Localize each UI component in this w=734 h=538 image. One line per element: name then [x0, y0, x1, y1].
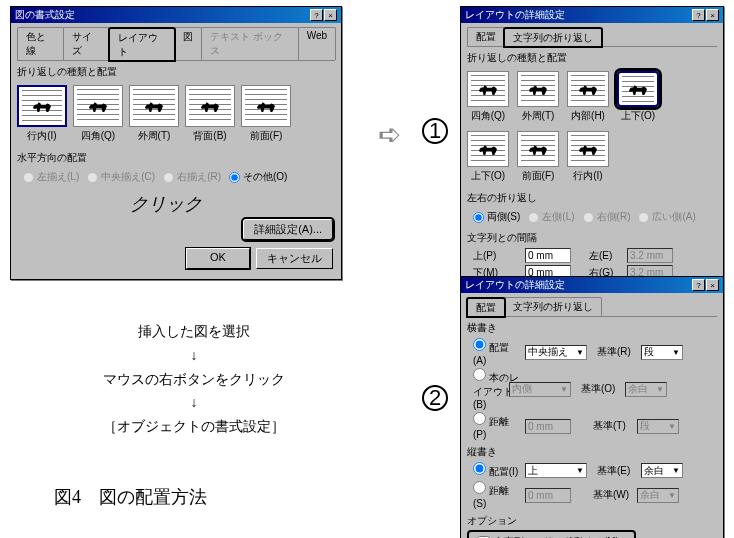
- left-spinner: 3.2 mm: [627, 248, 673, 263]
- h-align-combo[interactable]: 中央揃え▼: [525, 345, 587, 360]
- v-base1-combo[interactable]: 余白▼: [641, 463, 683, 478]
- v-group-label: 縦書き: [467, 445, 717, 459]
- tabs: 配置 文字列の折り返し: [467, 27, 717, 47]
- radio-left-only: 左側(L): [528, 210, 574, 224]
- lr-wrap-label: 左右の折り返し: [467, 191, 717, 205]
- wrap-front[interactable]: 前面(F): [517, 131, 559, 183]
- wrap-inline[interactable]: 行内(I): [567, 131, 609, 183]
- close-icon[interactable]: ×: [324, 9, 337, 21]
- dialog-title: 図の書式設定: [15, 8, 75, 22]
- instruction-block: 挿入した図を選択 ↓ マウスの右ボタンをクリック ↓ ［オブジェクトの書式設定］: [44, 320, 344, 439]
- options-highlight-box: 文字列と一緒に移動する(M) アンカーを段落に固定する(L): [467, 530, 636, 538]
- format-picture-dialog: 図の書式設定 ? × 色と線 サイズ レイアウト 図 テキスト ボックス Web…: [10, 6, 342, 280]
- wrap-through[interactable]: 内部(H): [567, 71, 609, 123]
- h-dist-spinner: 0 mm: [525, 419, 571, 434]
- h-base3-label: 基準(T): [593, 419, 633, 433]
- close-icon[interactable]: ×: [706, 9, 719, 21]
- step-1-marker: 1: [422, 118, 448, 144]
- radio-left: 左揃え(L): [23, 170, 79, 184]
- h-base2-label: 基準(O): [581, 382, 621, 396]
- left-label: 左(E): [589, 249, 623, 263]
- top-spinner[interactable]: 0 mm: [525, 248, 571, 263]
- wrap-topbottom[interactable]: 上下(O): [617, 71, 659, 123]
- radio-right: 右揃え(R): [163, 170, 221, 184]
- tab-position[interactable]: 配置: [467, 27, 505, 46]
- chk-move-with-text[interactable]: 文字列と一緒に移動する(M): [473, 534, 630, 538]
- tab-web[interactable]: Web: [298, 27, 336, 60]
- dialog-title: レイアウトの詳細設定: [465, 8, 565, 22]
- wrap-options: 行内(I) 四角(Q) 外周(T) 背面(B) 前面(F): [17, 81, 335, 147]
- tab-textbox: テキスト ボックス: [201, 27, 299, 60]
- down-arrow-icon: ↓: [44, 391, 344, 415]
- instr-line3: ［オブジェクトの書式設定］: [44, 415, 344, 439]
- halign-radios: 左揃え(L) 中央揃え(C) 右揃え(R) その他(O): [17, 167, 335, 187]
- advanced-layout-position-dialog: レイアウトの詳細設定 ? × 配置 文字列の折り返し 横書き 配置(A) 中央揃…: [460, 276, 724, 538]
- tab-wrapping[interactable]: 文字列の折り返し: [504, 297, 602, 316]
- v-align-combo[interactable]: 上▼: [525, 463, 587, 478]
- v-base2-combo: 余白▼: [637, 488, 679, 503]
- wrap-behind[interactable]: 背面(B): [185, 85, 235, 143]
- tabs: 配置 文字列の折り返し: [467, 297, 717, 317]
- titlebar: 図の書式設定 ? ×: [11, 7, 341, 23]
- step-2-marker: 2: [422, 385, 448, 411]
- help-icon[interactable]: ?: [310, 9, 323, 21]
- v-align-radio[interactable]: 配置(I): [473, 462, 521, 479]
- instr-line1: 挿入した図を選択: [44, 320, 344, 344]
- wrap-inline[interactable]: 行内(I): [17, 85, 67, 143]
- h-base1-combo[interactable]: 段▼: [641, 345, 683, 360]
- arrow-icon: ➪: [378, 118, 401, 151]
- top-label: 上(P): [473, 249, 521, 263]
- h-group-label: 横書き: [467, 321, 717, 335]
- halign-label: 水平方向の配置: [17, 151, 335, 165]
- h-base1-label: 基準(R): [597, 345, 637, 359]
- cancel-button[interactable]: キャンセル: [256, 248, 333, 269]
- radio-right-only: 右側(R): [583, 210, 631, 224]
- tab-position[interactable]: 配置: [467, 298, 505, 317]
- radio-other[interactable]: その他(O): [229, 170, 287, 184]
- wrap-square[interactable]: 四角(Q): [467, 71, 509, 123]
- wrap-tight[interactable]: 外周(T): [517, 71, 559, 123]
- tab-size[interactable]: サイズ: [63, 27, 110, 60]
- radio-both[interactable]: 両側(S): [473, 210, 520, 224]
- tab-colors[interactable]: 色と線: [17, 27, 64, 60]
- wrap-group-label: 折り返しの種類と配置: [467, 51, 717, 65]
- dialog-title: レイアウトの詳細設定: [465, 278, 565, 292]
- click-annotation: クリック: [130, 192, 202, 216]
- v-dist-spinner: 0 mm: [525, 488, 571, 503]
- tab-layout[interactable]: レイアウト: [109, 28, 175, 61]
- figure-caption: 図4 図の配置方法: [54, 485, 207, 509]
- h-base3-combo: 段▼: [637, 419, 679, 434]
- advanced-button[interactable]: 詳細設定(A)...: [243, 219, 333, 240]
- tab-wrapping[interactable]: 文字列の折り返し: [504, 28, 602, 47]
- v-base1-label: 基準(E): [597, 464, 637, 478]
- h-base2-combo: 余白▼: [625, 382, 667, 397]
- wrap-tight[interactable]: 外周(T): [129, 85, 179, 143]
- v-base2-label: 基準(W): [593, 488, 633, 502]
- h-dist-radio[interactable]: 距離(P): [473, 412, 521, 440]
- instr-line2: マウスの右ボタンをクリック: [44, 368, 344, 392]
- titlebar: レイアウトの詳細設定 ? ×: [461, 7, 723, 23]
- ok-button[interactable]: OK: [186, 248, 250, 269]
- advanced-layout-wrap-dialog: レイアウトの詳細設定 ? × 配置 文字列の折り返し 折り返しの種類と配置 四角…: [460, 6, 724, 317]
- help-icon[interactable]: ?: [692, 279, 705, 291]
- down-arrow-icon: ↓: [44, 344, 344, 368]
- tabs: 色と線 サイズ レイアウト 図 テキスト ボックス Web: [17, 27, 335, 61]
- distance-label: 文字列との間隔: [467, 231, 717, 245]
- opt-group-label: オプション: [467, 514, 717, 528]
- wrap-square[interactable]: 四角(Q): [73, 85, 123, 143]
- wrap-topbottom2[interactable]: 上下(O): [467, 131, 509, 183]
- h-book-combo: 内側▼: [509, 382, 571, 397]
- titlebar: レイアウトの詳細設定 ? ×: [461, 277, 723, 293]
- help-icon[interactable]: ?: [692, 9, 705, 21]
- v-dist-radio[interactable]: 距離(S): [473, 481, 521, 509]
- radio-center: 中央揃え(C): [87, 170, 155, 184]
- h-align-radio[interactable]: 配置(A): [473, 338, 521, 366]
- radio-largest: 広い側(A): [638, 210, 695, 224]
- wrap-front[interactable]: 前面(F): [241, 85, 291, 143]
- close-icon[interactable]: ×: [706, 279, 719, 291]
- tab-picture[interactable]: 図: [174, 27, 202, 60]
- wrap-group-label: 折り返しの種類と配置: [17, 65, 335, 79]
